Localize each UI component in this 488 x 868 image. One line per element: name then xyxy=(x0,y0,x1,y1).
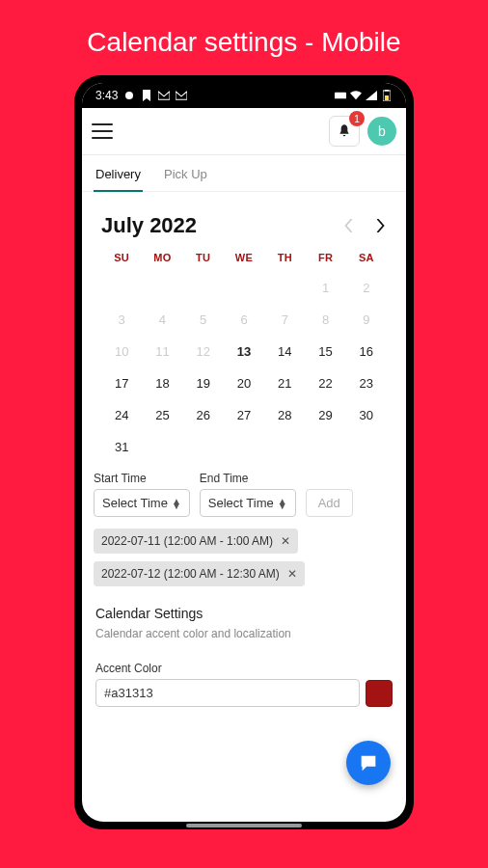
calendar-day[interactable]: 28 xyxy=(264,408,305,422)
calendar-day[interactable]: 24 xyxy=(101,408,142,422)
chevron-right-icon[interactable] xyxy=(373,219,387,232)
accent-color-input[interactable] xyxy=(95,679,360,707)
chat-icon xyxy=(358,752,379,773)
calendar-day[interactable]: 6 xyxy=(224,312,264,327)
mail-icon xyxy=(158,90,170,101)
notifications-button[interactable]: 1 xyxy=(329,116,360,147)
chips-list: 2022-07-11 (12:00 AM - 1:00 AM)✕2022-07-… xyxy=(82,529,406,586)
wifi-label-icon xyxy=(335,90,346,101)
end-time-select[interactable]: Select Time ▲▼ xyxy=(200,489,296,517)
svg-rect-4 xyxy=(385,90,389,92)
status-bar: 3:43 xyxy=(82,83,406,108)
calendar-day[interactable]: 31 xyxy=(101,440,142,454)
tabs: Delivery Pick Up xyxy=(82,155,406,192)
calendar-day[interactable]: 9 xyxy=(346,312,387,327)
calendar-day[interactable]: 16 xyxy=(346,344,387,359)
calendar-day[interactable]: 17 xyxy=(101,376,142,391)
calendar-dow: MO xyxy=(142,252,182,263)
calendar-day[interactable]: 22 xyxy=(305,376,345,391)
calendar-dow: FR xyxy=(305,252,345,263)
add-button[interactable]: Add xyxy=(306,489,353,517)
status-time: 3:43 xyxy=(95,89,118,102)
calendar-day[interactable]: 7 xyxy=(264,312,305,327)
time-chip: 2022-07-12 (12:00 AM - 12:30 AM)✕ xyxy=(94,561,305,586)
calendar-day[interactable]: 21 xyxy=(264,376,305,391)
calendar-dow: SA xyxy=(346,252,387,263)
svg-point-0 xyxy=(125,92,133,99)
wifi-icon xyxy=(350,90,362,101)
avatar[interactable]: b xyxy=(367,117,396,146)
calendar-day[interactable]: 1 xyxy=(305,281,345,295)
phone-frame: 3:43 1 b De xyxy=(74,75,414,829)
notification-badge: 1 xyxy=(349,111,365,126)
chevron-left-icon[interactable] xyxy=(342,219,356,232)
calendar-day[interactable]: 3 xyxy=(101,312,142,327)
calendar-day[interactable]: 15 xyxy=(305,344,345,359)
svg-rect-3 xyxy=(385,95,389,100)
calendar-day[interactable]: 10 xyxy=(101,344,142,359)
calendar-day[interactable]: 25 xyxy=(142,408,182,422)
accent-color-label: Accent Color xyxy=(95,662,393,675)
circle-icon xyxy=(123,90,135,101)
stepper-icon: ▲▼ xyxy=(172,499,181,508)
app-bar: 1 b xyxy=(82,108,406,155)
start-time-value: Select Time xyxy=(102,496,168,510)
calendar-day[interactable]: 13 xyxy=(224,344,264,359)
svg-rect-1 xyxy=(335,93,346,99)
signal-icon xyxy=(366,90,377,101)
content: July 2022 SUMOTUWETHFRSA1234567891011121… xyxy=(82,192,406,822)
calendar-dow: TH xyxy=(264,252,305,263)
calendar-day[interactable]: 2 xyxy=(346,281,387,295)
close-icon[interactable]: ✕ xyxy=(281,534,290,548)
calendar-day[interactable]: 11 xyxy=(142,344,182,359)
calendar-day[interactable]: 12 xyxy=(183,344,224,359)
time-chip: 2022-07-11 (12:00 AM - 1:00 AM)✕ xyxy=(94,529,298,554)
calendar-day[interactable]: 4 xyxy=(142,312,182,327)
calendar-grid: SUMOTUWETHFRSA12345678910111213141516171… xyxy=(101,252,387,454)
accent-swatch[interactable] xyxy=(366,680,393,707)
start-time-select[interactable]: Select Time ▲▼ xyxy=(94,489,190,517)
menu-icon[interactable] xyxy=(92,123,113,139)
calendar-day[interactable]: 23 xyxy=(346,376,387,391)
calendar-dow: TU xyxy=(183,252,224,263)
calendar-day[interactable]: 5 xyxy=(183,312,224,327)
page-heading: Calendar settings - Mobile xyxy=(0,0,488,75)
chip-label: 2022-07-11 (12:00 AM - 1:00 AM) xyxy=(101,534,273,548)
end-time-label: End Time xyxy=(200,472,296,485)
stepper-icon: ▲▼ xyxy=(278,499,287,508)
mail-icon xyxy=(176,90,187,101)
close-icon[interactable]: ✕ xyxy=(287,567,297,581)
end-time-value: Select Time xyxy=(208,496,274,510)
calendar-day[interactable]: 14 xyxy=(264,344,305,359)
chat-fab[interactable] xyxy=(346,741,391,785)
settings-subtitle: Calendar accent color and localization xyxy=(95,627,393,640)
screen: 3:43 1 b De xyxy=(82,83,406,822)
chip-label: 2022-07-12 (12:00 AM - 12:30 AM) xyxy=(101,567,280,581)
bookmark-icon xyxy=(141,90,152,101)
battery-icon xyxy=(381,90,393,101)
calendar-dow: WE xyxy=(224,252,264,263)
calendar-day[interactable]: 26 xyxy=(183,408,224,422)
calendar-day[interactable]: 30 xyxy=(346,408,387,422)
settings-title: Calendar Settings xyxy=(95,606,393,621)
calendar-dow: SU xyxy=(101,252,142,263)
calendar-day[interactable]: 18 xyxy=(142,376,182,391)
calendar-day[interactable]: 27 xyxy=(224,408,264,422)
calendar-day[interactable]: 29 xyxy=(305,408,345,422)
start-time-label: Start Time xyxy=(94,472,190,485)
calendar-day[interactable]: 20 xyxy=(224,376,264,391)
tab-delivery[interactable]: Delivery xyxy=(95,155,141,191)
calendar-day[interactable]: 8 xyxy=(305,312,345,327)
calendar-title: July 2022 xyxy=(101,213,197,238)
tab-pickup[interactable]: Pick Up xyxy=(164,155,207,191)
gesture-bar xyxy=(186,824,302,827)
bell-icon xyxy=(337,123,352,139)
calendar-day[interactable]: 19 xyxy=(183,376,224,391)
